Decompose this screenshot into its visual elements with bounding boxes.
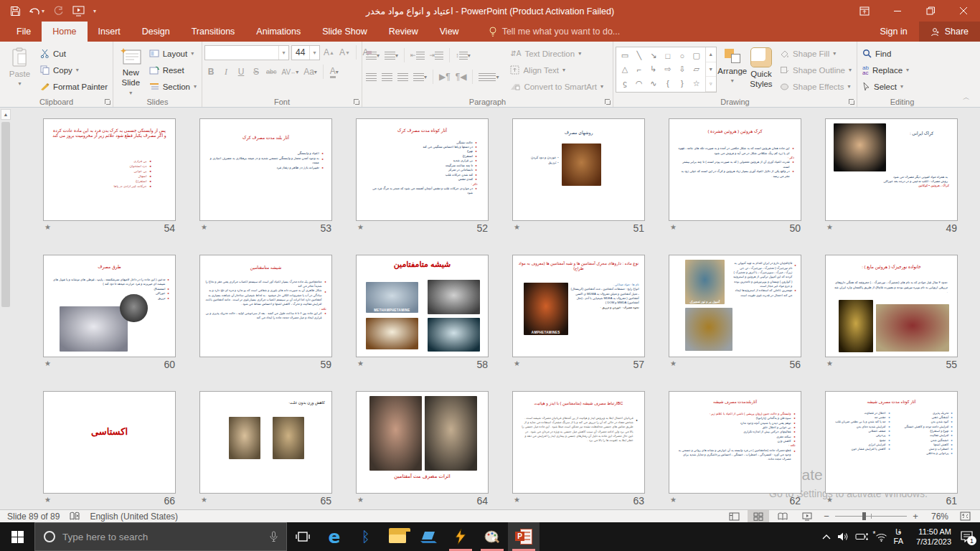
right-to-left-icon[interactable]: ¶◀ [454,70,468,84]
paste-dropdown-arrow[interactable]: ▾ [18,80,21,88]
align-text-button[interactable]: Align Text▾ [507,62,606,77]
font-dialog-launcher-icon[interactable] [353,98,360,105]
decrease-indent-icon[interactable]: ⇤ [409,48,426,62]
elbow-arrow-connector-shape-icon[interactable]: ↳ [650,65,656,74]
paint-icon[interactable] [476,522,508,551]
right-brace-shape-icon[interactable]: } [681,79,684,88]
bold-button[interactable]: B [204,65,217,79]
section-dropdown-arrow[interactable]: ▾ [194,83,197,90]
battery-charging-icon[interactable] [855,532,869,541]
zoom-slider[interactable] [835,510,907,522]
wifi-no-internet-icon[interactable]: * [875,532,887,542]
shape-fill-button[interactable]: Shape Fill▾ [777,46,854,61]
start-button[interactable] [0,522,34,551]
tell-me-box[interactable]: Tell me what you want to do... [489,22,621,42]
file-explorer-icon[interactable] [382,522,413,551]
italic-button[interactable]: I [220,65,232,79]
new-slide-dropdown-arrow[interactable]: ▾ [129,90,132,97]
undo-dropdown-arrow[interactable]: ▾ [42,8,44,14]
increase-font-size-icon[interactable]: A▲ [322,45,336,60]
star-shape-icon[interactable]: ☆ [693,79,700,88]
justify-icon[interactable]: ▾ [412,70,428,84]
rounded-rectangle-shape-icon[interactable]: ▢ [693,51,700,60]
scribble-shape-icon[interactable]: ϛ [623,79,627,88]
line-shape-icon[interactable]: ╲ [637,51,642,60]
slide-thumbnail-66[interactable]: اکستاسی [43,391,176,494]
normal-view-button[interactable] [723,510,745,522]
scrollbar-thumb[interactable] [1,122,10,307]
zoom-out-button[interactable]: − [821,511,832,522]
font-size-combobox[interactable]: 44 ▾ [291,45,320,60]
language-indicator[interactable]: English (United States) [90,512,178,522]
paragraph-dialog-launcher-icon[interactable] [604,98,611,105]
triangle-shape-icon[interactable]: △ [622,65,628,74]
snip-corner-shape-icon[interactable]: ▱ [693,65,699,74]
slide-thumbnail-49[interactable]: کراک ایرانی :به همراه مواد افیونی دیگر م… [825,118,958,221]
language-switcher[interactable]: فا FA [894,527,903,546]
font-name-dropdown-arrow[interactable]: ▾ [278,46,288,60]
down-arrow-shape-icon[interactable]: ⇩ [679,65,685,74]
slide-thumbnail-64[interactable]: اثرات مصرف مت آمفتامین [356,391,489,494]
new-slide-button[interactable]: New Slide ▾ [116,44,146,95]
format-painter-button[interactable]: Format Painter [37,79,110,94]
arrow-shape-icon[interactable]: ↘ [650,51,656,60]
zoom-percentage[interactable]: 76% [924,512,948,522]
hidden-icons-chevron[interactable] [822,534,831,540]
reading-view-button[interactable] [772,510,793,522]
save-icon[interactable] [10,6,21,17]
drawing-dialog-launcher-icon[interactable] [848,98,855,105]
slide-thumbnail-61[interactable]: آثار کوتاه مدت مصرف شیشه◄تحریک پذیری◄آشف… [825,391,958,494]
slide-thumbnail-55[interactable]: خانواده نورجیزک ( هروئین مایع ) :حدود ۴ … [825,255,958,357]
tab-review[interactable]: Review [378,22,429,42]
sign-in-button[interactable]: Sign in [868,22,918,42]
text-direction-button[interactable]: ⇵A Text Direction▾ [507,46,606,61]
font-color-button[interactable]: A▾ [328,65,341,79]
close-icon[interactable] [947,0,980,22]
undo-icon[interactable]: ▾ [29,6,44,16]
tab-home[interactable]: Home [42,22,87,42]
slide-thumbnail-65[interactable]: کاهش وزن بدون علت· [199,391,332,494]
slide-thumbnail-56[interactable]: آمپول پر و تور تمجیزک◄قاچاقچیان دارو در … [669,255,801,357]
tab-slide-show[interactable]: Slide Show [311,22,378,42]
tab-file[interactable]: File [6,22,42,42]
arrange-button[interactable]: Arrange ▾ [717,44,748,95]
underline-button[interactable]: U [235,65,248,79]
slide-thumbnail-54[interactable]: پس از وابستگی جسمی به کرک بدن فرد به این… [43,118,176,221]
select-button[interactable]: Select ▾ [859,79,912,94]
microphone-icon[interactable] [270,531,278,542]
zoom-in-button[interactable]: + [910,511,921,522]
share-button[interactable]: Share [919,22,980,42]
font-name-combobox[interactable]: ▾ [204,45,289,60]
increase-indent-icon[interactable]: ⇥ [428,48,446,62]
slide-thumbnail-62[interactable]: آثاربلندمدت مصرف شیشه◄وابستگی و حالت جنو… [669,391,801,494]
character-spacing-button[interactable]: AV↔▾ [281,65,301,79]
shape-outline-button[interactable]: Shape Outline▾ [777,62,854,77]
copy-dropdown-arrow[interactable]: ▾ [76,67,79,73]
taskbar-clock[interactable]: 11:50 AM 7/31/2023 [910,527,951,547]
task-view-button[interactable] [287,522,319,551]
slideshow-view-button[interactable] [796,510,818,522]
start-from-beginning-icon[interactable] [72,6,85,17]
convert-to-smartart-button[interactable]: Convert to SmartArt▾ [507,79,606,94]
find-button[interactable]: Find [859,46,912,61]
collapse-ribbon-icon[interactable]: ︿ [953,88,980,107]
tab-transitions[interactable]: Transitions [181,22,246,42]
customize-quick-access-toolbar-icon[interactable]: ▾ [93,8,96,14]
reset-button[interactable]: Reset [146,62,199,77]
slide-thumbnail-60[interactable]: طرق مصرف◄تدخین ( این ماده را در داخل لام… [43,255,176,357]
decrease-font-size-icon[interactable]: A▼ [338,45,352,60]
quick-styles-button[interactable]: Quick Styles [748,44,774,95]
slide-thumbnail-52[interactable]: آثار کوتاه مدت مصرف کرک◄حالت نشئگی◄در دس… [356,118,489,221]
tab-animations[interactable]: Animations [245,22,311,42]
slide-thumbnail-57[interactable]: نوع ماده : داروهای محرک آمفتامین ها و شب… [512,255,645,357]
paste-button[interactable]: Paste ▾ [2,44,37,95]
tab-view[interactable]: View [429,22,470,42]
curve-shape-icon[interactable]: ∿ [650,79,656,88]
line-spacing-icon[interactable]: ↕▾ [454,48,472,62]
taskbar-search-box[interactable]: Type here to search [34,522,287,551]
tab-design[interactable]: Design [131,22,181,42]
slide-thumbnail-51[interactable]: روشهای مصرف•خوردن و دود کردن•تزریق [512,118,645,221]
right-arrow-shape-icon[interactable]: ⇨ [664,65,671,74]
text-shadow-button[interactable]: abc [265,65,278,79]
left-to-right-icon[interactable]: ▶¶ [438,70,452,84]
